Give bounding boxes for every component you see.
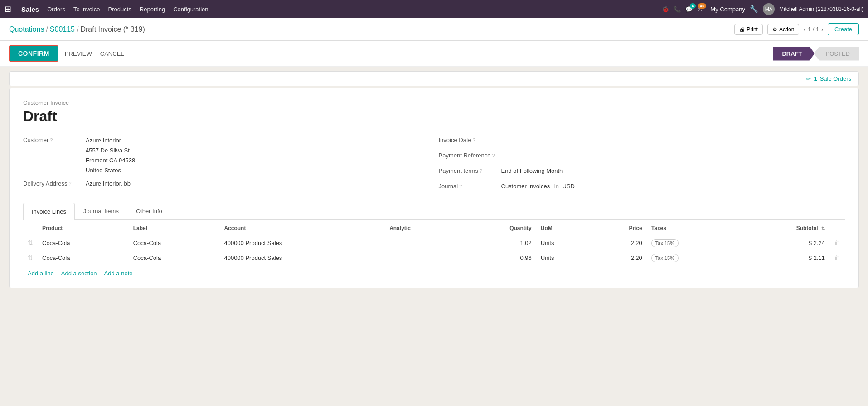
tabs: Invoice Lines Journal Items Other Info <box>23 203 845 220</box>
nav-products[interactable]: Products <box>108 6 131 13</box>
main-content: ✏ 1 Sale Orders Customer Invoice Draft C… <box>0 67 868 297</box>
nav-configuration[interactable]: Configuration <box>173 6 208 13</box>
cancel-button[interactable]: CANCEL <box>98 48 126 60</box>
create-button[interactable]: Create <box>828 23 859 35</box>
col-delete <box>829 221 845 235</box>
status-posted[interactable]: POSTED <box>814 47 859 61</box>
invoice-table: Product Label Account Analytic Quantity … <box>23 221 845 265</box>
sale-orders-link[interactable]: ✏ 1 Sale Orders <box>806 75 851 82</box>
add-section-link[interactable]: Add a section <box>61 270 97 277</box>
drag-handle[interactable]: ⇅ <box>23 235 38 250</box>
page-navigation: ‹ 1 / 1 › <box>804 26 823 33</box>
analytic-cell[interactable] <box>385 250 459 265</box>
col-uom: UoM <box>536 221 592 235</box>
quantity-cell[interactable]: 0.96 <box>460 250 536 265</box>
payment-ref-help[interactable]: ? <box>492 153 495 158</box>
nav-reporting[interactable]: Reporting <box>140 6 165 13</box>
settings-icon[interactable]: 🔧 <box>750 5 758 13</box>
table-row: ⇅ Coca-Cola Coca-Cola 400000 Product Sal… <box>23 235 845 250</box>
price-cell[interactable]: 2.20 <box>592 250 647 265</box>
user-name[interactable]: Mitchell Admin (21870383-16-0-all) <box>779 6 863 12</box>
chat-icon[interactable]: 💬 6 <box>685 6 693 13</box>
drag-handle[interactable]: ⇅ <box>23 250 38 265</box>
action-bar: CONFIRM PREVIEW CANCEL DRAFT POSTED <box>0 41 868 67</box>
breadcrumb-bar: Quotations / S00115 / Draft Invoice (* 3… <box>0 18 868 41</box>
col-subtotal: Subtotal ⇅ <box>737 221 829 235</box>
form-type-label: Customer Invoice <box>23 99 845 106</box>
breadcrumb-current: Draft Invoice (* 319) <box>80 25 145 34</box>
delete-icon: 🗑 <box>834 239 840 246</box>
payment-ref-row: Payment Reference ? <box>439 151 845 163</box>
prev-page-button[interactable]: ‹ <box>804 26 806 33</box>
delete-icon: 🗑 <box>834 254 840 261</box>
customer-field-row: Customer ? Azure Interior 4557 De Silva … <box>23 136 430 176</box>
table-row: ⇅ Coca-Cola Coca-Cola 400000 Product Sal… <box>23 250 845 265</box>
col-label: Label <box>129 221 220 235</box>
label-cell[interactable]: Coca-Cola <box>129 250 220 265</box>
col-product: Product <box>38 221 129 235</box>
product-cell[interactable]: Coca-Cola <box>38 250 129 265</box>
breadcrumb: Quotations / S00115 / Draft Invoice (* 3… <box>9 25 145 34</box>
customer-help[interactable]: ? <box>50 137 53 143</box>
bug-icon[interactable]: 🐞 <box>662 6 669 13</box>
action-button[interactable]: ⚙ Action <box>767 24 799 35</box>
nav-icons: 🐞 📞 💬 6 ⏱ 40 My Company 🔧 MA Mitchell Ad… <box>662 3 863 15</box>
clock-icon[interactable]: ⏱ 40 <box>697 6 703 13</box>
breadcrumb-sep2: / <box>77 25 78 34</box>
journal-help[interactable]: ? <box>459 184 462 189</box>
product-cell[interactable]: Coca-Cola <box>38 235 129 250</box>
tax-cell[interactable]: Tax 15% <box>647 250 737 265</box>
tab-other-info[interactable]: Other Info <box>127 203 171 219</box>
delivery-field-row: Delivery Address ? Azure Interior, bb <box>23 179 430 191</box>
tab-journal-items[interactable]: Journal Items <box>75 203 127 219</box>
delivery-help[interactable]: ? <box>69 181 72 186</box>
add-line-link[interactable]: Add a line <box>28 270 54 277</box>
next-page-button[interactable]: › <box>821 26 823 33</box>
invoice-date-help[interactable]: ? <box>473 137 475 143</box>
invoice-date-row: Invoice Date ? <box>439 136 845 147</box>
chat-badge: 6 <box>690 3 696 9</box>
uom-cell[interactable]: Units <box>536 235 592 250</box>
payment-terms-value[interactable]: End of Following Month <box>501 166 563 176</box>
label-cell[interactable]: Coca-Cola <box>129 235 220 250</box>
nav-orders[interactable]: Orders <box>47 6 65 13</box>
payment-terms-help[interactable]: ? <box>480 168 482 174</box>
breadcrumb-actions: 🖨 Print ⚙ Action ‹ 1 / 1 › Create <box>734 23 859 35</box>
print-icon: 🖨 <box>739 26 745 33</box>
subtotal-sort-icon[interactable]: ⇅ <box>821 226 825 231</box>
col-taxes: Taxes <box>647 221 737 235</box>
delivery-value: Azure Interior, bb <box>86 179 131 188</box>
breadcrumb-s00115[interactable]: S00115 <box>50 25 75 34</box>
app-grid-icon[interactable]: ⊞ <box>5 4 11 14</box>
print-button[interactable]: 🖨 Print <box>734 24 763 35</box>
sale-orders-count: 1 <box>814 75 817 82</box>
confirm-button[interactable]: CONFIRM <box>9 45 58 62</box>
page-count: 1 / 1 <box>808 26 819 33</box>
analytic-cell[interactable] <box>385 235 459 250</box>
add-note-link[interactable]: Add a note <box>104 270 133 277</box>
app-name[interactable]: Sales <box>21 5 39 13</box>
account-cell[interactable]: 400000 Product Sales <box>219 250 385 265</box>
breadcrumb-quotations[interactable]: Quotations <box>9 25 44 34</box>
avatar[interactable]: MA <box>763 3 775 15</box>
delete-cell[interactable]: 🗑 <box>829 235 845 250</box>
preview-button[interactable]: PREVIEW <box>63 48 94 60</box>
uom-cell[interactable]: Units <box>536 250 592 265</box>
status-draft[interactable]: DRAFT <box>773 47 815 61</box>
account-cell[interactable]: 400000 Product Sales <box>219 235 385 250</box>
clock-badge: 40 <box>698 3 706 9</box>
delete-cell[interactable]: 🗑 <box>829 250 845 265</box>
phone-icon[interactable]: 📞 <box>674 6 681 13</box>
col-price: Price <box>592 221 647 235</box>
journal-value: Customer Invoices in USD <box>501 182 575 191</box>
breadcrumb-sep1: / <box>46 25 48 34</box>
quantity-cell[interactable]: 1.02 <box>460 235 536 250</box>
nav-to-invoice[interactable]: To Invoice <box>73 6 100 13</box>
col-account: Account <box>219 221 385 235</box>
subtotal-cell: $ 2.24 <box>737 235 829 250</box>
customer-label: Customer ? <box>23 136 82 143</box>
price-cell[interactable]: 2.20 <box>592 235 647 250</box>
tax-cell[interactable]: Tax 15% <box>647 235 737 250</box>
form-row: Customer ? Azure Interior 4557 De Silva … <box>23 136 845 194</box>
tab-invoice-lines[interactable]: Invoice Lines <box>23 203 75 220</box>
